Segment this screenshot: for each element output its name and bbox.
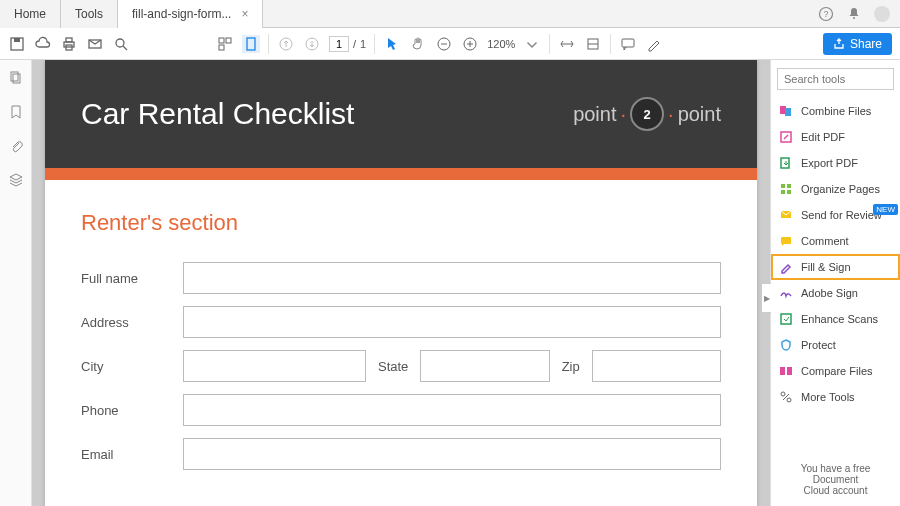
svg-rect-27 — [785, 108, 791, 116]
down-icon[interactable] — [303, 35, 321, 53]
tool-fill-sign[interactable]: Fill & Sign — [771, 254, 900, 280]
tools-pane: ▶ Combine Files Edit PDF Export PDF Orga… — [770, 60, 900, 506]
tab-bar: Home Tools fill-and-sign-form... × ? — [0, 0, 900, 28]
comment-icon[interactable] — [619, 35, 637, 53]
thumbnails-icon[interactable] — [216, 35, 234, 53]
page-total: 1 — [360, 38, 366, 50]
label-city: City — [81, 359, 171, 374]
up-icon[interactable] — [277, 35, 295, 53]
toolbar: /1 120% Share — [0, 28, 900, 60]
tool-organize-pages[interactable]: Organize Pages — [771, 176, 900, 202]
svg-rect-30 — [781, 184, 785, 188]
svg-rect-37 — [780, 367, 785, 375]
avatar[interactable] — [874, 6, 890, 22]
bookmark-icon[interactable] — [8, 104, 24, 120]
bell-icon[interactable] — [846, 6, 862, 22]
svg-rect-36 — [781, 314, 791, 324]
page-icon[interactable] — [242, 35, 260, 53]
new-badge: NEW — [873, 204, 898, 215]
zoom-level[interactable]: 120% — [487, 38, 515, 50]
account-footnote: You have a free Document Cloud account — [771, 453, 900, 506]
accent-strip — [45, 168, 757, 180]
collapse-pane-icon[interactable]: ▶ — [761, 283, 771, 313]
page-indicator: /1 — [329, 36, 366, 52]
svg-rect-25 — [13, 74, 20, 83]
zoom-in-icon[interactable] — [461, 35, 479, 53]
input-phone[interactable] — [183, 394, 721, 426]
print-icon[interactable] — [60, 35, 78, 53]
share-label: Share — [850, 37, 882, 51]
tab-document-label: fill-and-sign-form... — [132, 7, 231, 21]
tool-send-review[interactable]: Send for ReviewNEW — [771, 202, 900, 228]
page-input[interactable] — [329, 36, 349, 52]
label-fullname: Full name — [81, 271, 171, 286]
left-rail — [0, 60, 32, 506]
input-email[interactable] — [183, 438, 721, 470]
svg-rect-24 — [11, 72, 18, 81]
svg-rect-4 — [14, 38, 20, 42]
input-fullname[interactable] — [183, 262, 721, 294]
hand-icon[interactable] — [409, 35, 427, 53]
svg-rect-13 — [219, 45, 224, 50]
tab-document[interactable]: fill-and-sign-form... × — [118, 0, 263, 28]
brand-logo: point · 2 · point — [573, 97, 721, 131]
search-icon[interactable] — [112, 35, 130, 53]
save-icon[interactable] — [8, 35, 26, 53]
svg-line-10 — [123, 46, 127, 50]
label-zip: Zip — [562, 359, 580, 374]
share-button[interactable]: Share — [823, 33, 892, 55]
tool-comment[interactable]: Comment — [771, 228, 900, 254]
input-city[interactable] — [183, 350, 366, 382]
tool-adobe-sign[interactable]: Adobe Sign — [771, 280, 900, 306]
layers-icon[interactable] — [8, 172, 24, 188]
zoom-out-icon[interactable] — [435, 35, 453, 53]
input-address[interactable] — [183, 306, 721, 338]
svg-rect-33 — [787, 190, 791, 194]
mail-icon[interactable] — [86, 35, 104, 53]
svg-rect-11 — [219, 38, 224, 43]
svg-text:?: ? — [823, 9, 828, 19]
attachment-icon[interactable] — [8, 138, 24, 154]
input-zip[interactable] — [592, 350, 721, 382]
tool-edit-pdf[interactable]: Edit PDF — [771, 124, 900, 150]
document-title: Car Rental Checklist — [81, 97, 354, 131]
thumbnails-panel-icon[interactable] — [8, 70, 24, 86]
tab-tools[interactable]: Tools — [61, 0, 118, 28]
help-icon[interactable]: ? — [818, 6, 834, 22]
svg-rect-38 — [787, 367, 792, 375]
highlight-icon[interactable] — [645, 35, 663, 53]
section-header: Renter's section — [81, 210, 721, 236]
search-tools-input[interactable] — [777, 68, 894, 90]
fit-page-icon[interactable] — [584, 35, 602, 53]
svg-rect-35 — [781, 237, 791, 244]
tool-combine-files[interactable]: Combine Files — [771, 98, 900, 124]
svg-rect-6 — [66, 38, 72, 42]
tool-enhance-scans[interactable]: Enhance Scans — [771, 306, 900, 332]
cloud-icon[interactable] — [34, 35, 52, 53]
pointer-icon[interactable] — [383, 35, 401, 53]
document-banner: Car Rental Checklist point · 2 · point — [45, 60, 757, 168]
svg-rect-12 — [226, 38, 231, 43]
svg-rect-14 — [247, 38, 255, 50]
svg-point-2 — [853, 17, 855, 19]
label-address: Address — [81, 315, 171, 330]
tool-protect[interactable]: Protect — [771, 332, 900, 358]
label-phone: Phone — [81, 403, 171, 418]
document-viewport: Car Rental Checklist point · 2 · point R… — [32, 60, 770, 506]
pdf-page: Car Rental Checklist point · 2 · point R… — [45, 60, 757, 506]
tool-compare-files[interactable]: Compare Files — [771, 358, 900, 384]
tool-more-tools[interactable]: More Tools — [771, 384, 900, 410]
svg-rect-23 — [622, 39, 634, 47]
label-email: Email — [81, 447, 171, 462]
label-state: State — [378, 359, 408, 374]
input-state[interactable] — [420, 350, 549, 382]
svg-point-9 — [116, 39, 124, 47]
chevron-down-icon[interactable] — [523, 35, 541, 53]
close-icon[interactable]: × — [241, 7, 248, 21]
tool-export-pdf[interactable]: Export PDF — [771, 150, 900, 176]
svg-rect-31 — [787, 184, 791, 188]
fit-width-icon[interactable] — [558, 35, 576, 53]
tab-home[interactable]: Home — [0, 0, 61, 28]
svg-rect-32 — [781, 190, 785, 194]
